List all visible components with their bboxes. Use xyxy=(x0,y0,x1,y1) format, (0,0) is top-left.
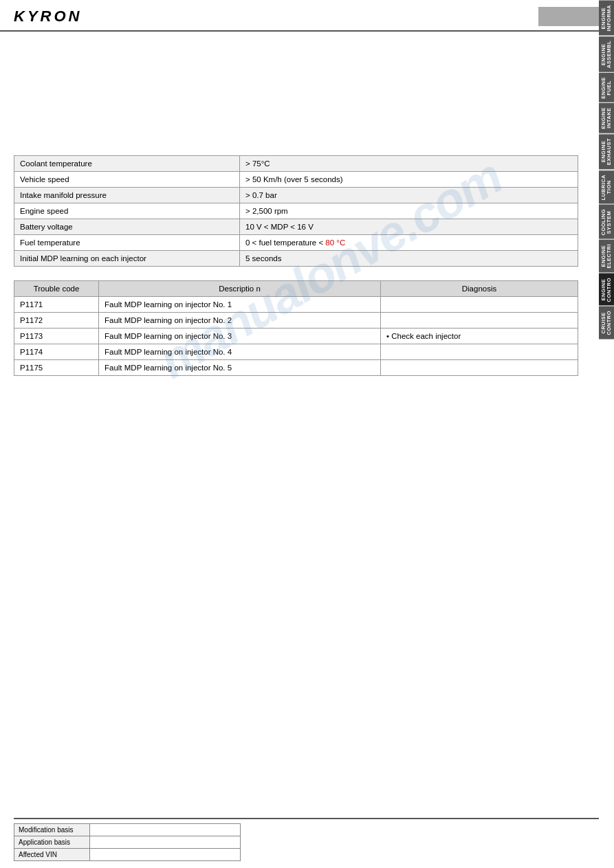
condition-param: Initial MDP learning on each injector xyxy=(14,251,240,267)
top-spacer xyxy=(14,38,578,148)
condition-value: > 0.7 bar xyxy=(240,188,578,203)
fault-diagnosis xyxy=(381,344,578,360)
condition-value: > 2,500 rpm xyxy=(240,203,578,219)
condition-value: 0 < fuel temperature < 80 °C xyxy=(240,235,578,251)
fault-diagnosis: • Check each injector xyxy=(381,329,578,344)
conditions-table: Coolant temperature > 75°C Vehicle speed… xyxy=(14,155,578,267)
condition-value: 10 V < MDP < 16 V xyxy=(240,219,578,235)
table-row: P1173 Fault MDP learning on injector No.… xyxy=(14,329,578,344)
footer-value-application xyxy=(89,836,240,849)
fault-code: P1171 xyxy=(14,297,99,313)
table-row: P1171 Fault MDP learning on injector No.… xyxy=(14,297,578,313)
right-sidebar: ENGINEINFORMA ENGINEASSEMBL ENGINEFUEL E… xyxy=(599,0,614,340)
condition-param: Intake manifold pressure xyxy=(14,188,240,203)
table-row: Engine speed > 2,500 rpm xyxy=(14,203,578,219)
condition-param: Coolant temperature xyxy=(14,156,240,172)
condition-value: > 75°C xyxy=(240,156,578,172)
footer-divider xyxy=(14,818,599,819)
fault-description: Fault MDP learning on injector No. 2 xyxy=(99,313,381,329)
fault-code: P1174 xyxy=(14,344,99,360)
page-header: KYRON xyxy=(0,0,614,32)
condition-param: Engine speed xyxy=(14,203,240,219)
sidebar-item-engine-electri[interactable]: ENGINEELECTRI xyxy=(599,239,614,273)
table-row: Initial MDP learning on each injector 5 … xyxy=(14,251,578,267)
fault-description: Fault MDP learning on injector No. 3 xyxy=(99,329,381,344)
fault-table-header-row: Trouble code Descriptio n Diagnosis xyxy=(14,281,578,297)
table-row: P1172 Fault MDP learning on injector No.… xyxy=(14,313,578,329)
sidebar-item-engine-fuel[interactable]: ENGINEFUEL xyxy=(599,72,614,103)
footer-label-affected: Affected VIN xyxy=(14,849,90,861)
brand-logo: KYRON xyxy=(14,8,82,25)
table-row: Fuel temperature 0 < fuel temperature < … xyxy=(14,235,578,251)
fault-diagnosis xyxy=(381,360,578,376)
main-content: Coolant temperature > 75°C Vehicle speed… xyxy=(0,32,599,383)
footer-label-application: Application basis xyxy=(14,836,90,849)
condition-value: 5 seconds xyxy=(240,251,578,267)
sidebar-item-lubrica-tion[interactable]: LUBRICATION xyxy=(599,170,614,204)
footer-row: Affected VIN xyxy=(14,849,241,861)
fault-col-code: Trouble code xyxy=(14,281,99,297)
table-row: Vehicle speed > 50 Km/h (over 5 seconds) xyxy=(14,172,578,188)
sidebar-item-engine-intake[interactable]: ENGINEINTAKE xyxy=(599,102,614,133)
condition-param: Fuel temperature xyxy=(14,235,240,251)
sidebar-item-cruise-contro[interactable]: CRUISECONTRO xyxy=(599,306,614,340)
fault-diagnosis xyxy=(381,313,578,329)
sidebar-item-engine-contro[interactable]: ENGINECONTRO xyxy=(599,273,614,307)
table-row: Intake manifold pressure > 0.7 bar xyxy=(14,188,578,203)
footer-table: Modification basis Application basis Aff… xyxy=(14,823,241,861)
table-row: P1174 Fault MDP learning on injector No.… xyxy=(14,344,578,360)
table-row: P1175 Fault MDP learning on injector No.… xyxy=(14,360,578,376)
fault-code: P1172 xyxy=(14,313,99,329)
fault-col-description: Descriptio n xyxy=(99,281,381,297)
fault-description: Fault MDP learning on injector No. 1 xyxy=(99,297,381,313)
fault-diagnosis xyxy=(381,297,578,313)
condition-value: > 50 Km/h (over 5 seconds) xyxy=(240,172,578,188)
sidebar-item-engine-exhaust[interactable]: ENGINEEXHAUST xyxy=(599,133,614,169)
condition-param: Battery voltage xyxy=(14,219,240,235)
fault-description: Fault MDP learning on injector No. 4 xyxy=(99,344,381,360)
fault-description: Fault MDP learning on injector No. 5 xyxy=(99,360,381,376)
footer-section: Modification basis Application basis Aff… xyxy=(14,818,599,861)
sidebar-item-engine-assembl[interactable]: ENGINEASSEMBL xyxy=(599,36,614,72)
footer-row: Application basis xyxy=(14,836,241,849)
sidebar-item-engine-informa[interactable]: ENGINEINFORMA xyxy=(599,0,614,36)
footer-value-modification xyxy=(89,824,240,836)
table-row: Battery voltage 10 V < MDP < 16 V xyxy=(14,219,578,235)
footer-row: Modification basis xyxy=(14,824,241,836)
footer-value-affected xyxy=(89,849,240,861)
condition-param: Vehicle speed xyxy=(14,172,240,188)
sidebar-item-cooling-system[interactable]: COOLINGSYSTEM xyxy=(599,204,614,240)
table-row: Coolant temperature > 75°C xyxy=(14,156,578,172)
fault-code: P1173 xyxy=(14,329,99,344)
header-box xyxy=(538,7,600,26)
fault-table: Trouble code Descriptio n Diagnosis P117… xyxy=(14,280,578,376)
fault-col-diagnosis: Diagnosis xyxy=(381,281,578,297)
fault-code: P1175 xyxy=(14,360,99,376)
footer-label-modification: Modification basis xyxy=(14,824,90,836)
